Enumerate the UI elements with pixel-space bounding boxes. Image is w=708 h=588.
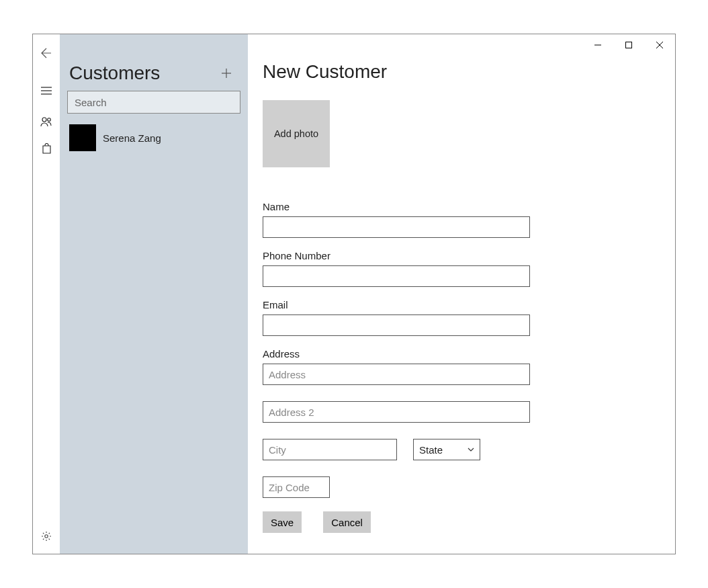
customer-name: Serena Zang (103, 132, 161, 144)
cancel-button[interactable]: Cancel (323, 511, 371, 533)
back-arrow-icon (41, 48, 52, 58)
address-line1-input[interactable] (263, 364, 530, 385)
customer-list: Serena Zang (60, 122, 248, 154)
close-icon (656, 42, 663, 48)
search-input[interactable] (67, 91, 240, 114)
field-name: Name (263, 201, 656, 238)
field-label: Email (263, 299, 656, 310)
svg-rect-1 (626, 42, 632, 48)
close-button[interactable] (644, 34, 675, 56)
field-address: Address State (263, 348, 656, 498)
nav-orders[interactable] (33, 135, 60, 162)
hamburger-icon (41, 87, 52, 95)
people-icon (40, 116, 52, 127)
nav-customers[interactable] (33, 108, 60, 135)
svg-point-8 (48, 118, 51, 122)
minimize-button[interactable] (582, 34, 613, 56)
phone-input[interactable] (263, 265, 530, 287)
zip-input[interactable] (263, 476, 330, 498)
field-phone: Phone Number (263, 250, 656, 287)
search-box (67, 91, 240, 114)
state-select-label: State (419, 444, 443, 456)
field-label: Phone Number (263, 250, 656, 261)
back-button[interactable] (33, 40, 60, 67)
detail-pane: New Customer Add photo Name Phone Number… (248, 34, 675, 554)
add-photo-label: Add photo (274, 128, 318, 139)
window-controls (582, 34, 675, 56)
form-actions: Save Cancel (263, 511, 656, 533)
plus-icon (221, 68, 232, 79)
add-customer-button[interactable] (214, 61, 238, 85)
field-label: Name (263, 201, 656, 212)
shopping-bag-icon (42, 143, 52, 154)
state-select[interactable]: State (413, 439, 480, 460)
maximize-button[interactable] (613, 34, 644, 56)
email-input[interactable] (263, 314, 530, 336)
app-window: Customers Serena Zang New Customer Add p… (32, 34, 676, 554)
menu-button[interactable] (33, 77, 60, 104)
customer-list-panel: Customers Serena Zang (60, 34, 248, 554)
city-input[interactable] (263, 439, 397, 460)
chevron-down-icon (468, 448, 474, 452)
gear-icon (41, 531, 52, 542)
nav-rail (33, 34, 60, 554)
maximize-icon (625, 42, 632, 48)
minimize-icon (594, 42, 601, 48)
page-title: New Customer (263, 61, 656, 83)
nav-settings[interactable] (33, 523, 60, 550)
save-button[interactable]: Save (263, 511, 302, 533)
name-input[interactable] (263, 216, 530, 238)
field-email: Email (263, 299, 656, 336)
svg-point-9 (45, 535, 48, 538)
field-label: Address (263, 348, 656, 360)
svg-point-7 (42, 118, 46, 122)
sidebar-title: Customers (69, 62, 160, 84)
address-line2-input[interactable] (263, 401, 530, 423)
list-item[interactable]: Serena Zang (60, 122, 248, 154)
avatar (69, 124, 96, 151)
add-photo-button[interactable]: Add photo (263, 100, 330, 167)
sidebar-header: Customers (60, 61, 248, 91)
